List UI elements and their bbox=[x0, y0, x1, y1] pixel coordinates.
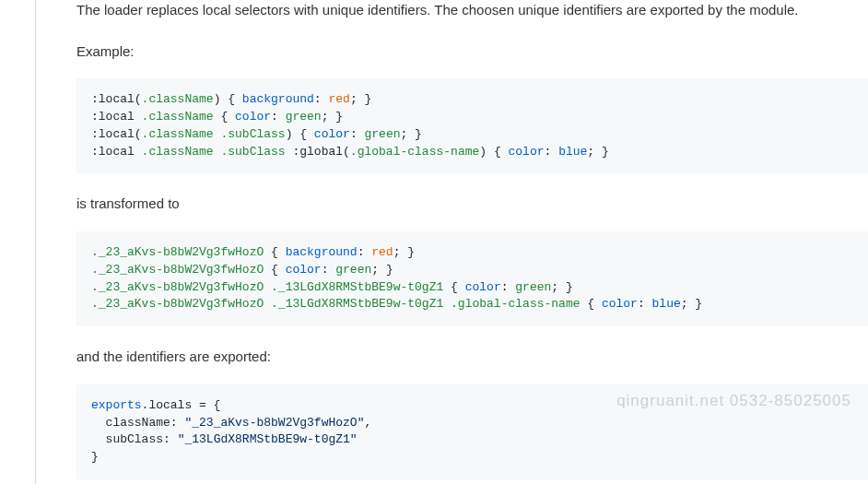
code-token: .className .subClass bbox=[142, 127, 286, 141]
code-token: red bbox=[371, 245, 393, 259]
code-token: : bbox=[358, 245, 372, 259]
code-token: ; } bbox=[681, 297, 702, 311]
code-line: :local .className .subClass :global(.glo… bbox=[91, 144, 853, 161]
code-token: green bbox=[364, 127, 400, 141]
code-token: color bbox=[314, 127, 350, 141]
code-line: subClass: "_13LGdX8RMStbBE9w-t0gZ1" bbox=[91, 431, 853, 449]
code-token: blue bbox=[652, 297, 681, 311]
code-token: { bbox=[264, 245, 285, 259]
code-token: green bbox=[286, 110, 322, 124]
code-token: : bbox=[322, 263, 336, 277]
code-token: "_23_aKvs-b8bW2Vg3fwHozO" bbox=[184, 416, 364, 430]
code-token: { bbox=[443, 280, 464, 294]
code-token: : bbox=[271, 110, 286, 124]
code-token: :local bbox=[91, 110, 142, 124]
code-token: color bbox=[235, 110, 271, 124]
code-token: ._23_aKvs-b8bW2Vg3fwHozO bbox=[91, 263, 264, 277]
code-token: :local bbox=[91, 145, 142, 159]
code-token: ._23_aKvs-b8bW2Vg3fwHozO bbox=[91, 245, 264, 259]
code-token: ; } bbox=[350, 92, 371, 106]
code-token: color bbox=[286, 263, 322, 277]
code-token: .className bbox=[142, 92, 214, 106]
code-line: className: "_23_aKvs-b8bW2Vg3fwHozO", bbox=[91, 415, 853, 432]
code-token: , bbox=[364, 416, 371, 430]
code-line: ._23_aKvs-b8bW2Vg3fwHozO { color: green;… bbox=[91, 262, 853, 279]
code-line: ._23_aKvs-b8bW2Vg3fwHozO { background: r… bbox=[91, 244, 853, 262]
code-line: :local .className { color: green; } bbox=[91, 109, 853, 126]
code-token: { bbox=[214, 110, 235, 124]
code-token: ; } bbox=[551, 280, 572, 294]
code-token: } bbox=[91, 450, 99, 464]
code-token: : bbox=[501, 280, 516, 294]
code-token: ; } bbox=[587, 145, 608, 159]
code-token: green bbox=[515, 280, 551, 294]
code-token: ; } bbox=[393, 245, 415, 259]
code-token: ._23_aKvs-b8bW2Vg3fwHozO ._13LGdX8RMStbB… bbox=[91, 280, 443, 294]
code-token: { bbox=[581, 297, 602, 311]
code-token: ; } bbox=[371, 263, 393, 277]
code-line: } bbox=[91, 449, 853, 466]
code-token: ) { bbox=[214, 92, 242, 106]
code-token: color bbox=[602, 297, 638, 311]
code-token: exports bbox=[91, 398, 142, 412]
code-line: :local(.className .subClass) { color: gr… bbox=[91, 126, 853, 144]
intro-paragraph: The loader replaces local selectors with… bbox=[76, 0, 868, 21]
code-token: .locals = { bbox=[142, 398, 221, 412]
code-token: : bbox=[170, 416, 185, 430]
code-token: :local( bbox=[91, 127, 142, 141]
document-content: The loader replaces local selectors with… bbox=[36, 0, 868, 479]
example-label: Example: bbox=[76, 41, 868, 63]
code-token: : bbox=[163, 432, 178, 446]
code-token: :global( bbox=[286, 145, 350, 159]
code-token: ._23_aKvs-b8bW2Vg3fwHozO ._13LGdX8RMStbB… bbox=[91, 297, 581, 311]
code-token: background bbox=[242, 92, 314, 106]
code-token: subClass bbox=[91, 432, 163, 446]
code-token: className bbox=[91, 416, 170, 430]
code-token: :local( bbox=[91, 92, 142, 106]
document-page: The loader replaces local selectors with… bbox=[35, 0, 868, 484]
code-block-source: :local(.className) { background: red; }:… bbox=[76, 78, 868, 173]
code-line: ._23_aKvs-b8bW2Vg3fwHozO ._13LGdX8RMStbB… bbox=[91, 296, 853, 313]
code-token: ) { bbox=[286, 127, 314, 141]
code-block-transformed: ._23_aKvs-b8bW2Vg3fwHozO { background: r… bbox=[76, 231, 868, 326]
code-token: red bbox=[328, 92, 349, 106]
code-token: ) { bbox=[479, 145, 508, 159]
code-token: .className .subClass bbox=[142, 145, 286, 159]
code-token: "_13LGdX8RMStbBE9w-t0gZ1" bbox=[178, 432, 358, 446]
code-token: ; } bbox=[322, 110, 343, 124]
exported-label: and the identifiers are exported: bbox=[76, 347, 868, 368]
code-token: : bbox=[350, 127, 365, 141]
code-token: .global-class-name bbox=[350, 145, 479, 159]
code-token: color bbox=[509, 145, 545, 159]
code-block-exports: exports.locals = { className: "_23_aKvs-… bbox=[76, 384, 868, 479]
code-line: :local(.className) { background: red; } bbox=[91, 91, 853, 109]
code-token: : bbox=[314, 92, 329, 106]
code-token: green bbox=[335, 263, 371, 277]
code-token: : bbox=[638, 297, 652, 311]
code-token: ; } bbox=[401, 127, 422, 141]
code-token: .className bbox=[142, 110, 214, 124]
code-token: { bbox=[264, 263, 285, 277]
code-line: exports.locals = { bbox=[91, 397, 853, 415]
code-line: ._23_aKvs-b8bW2Vg3fwHozO ._13LGdX8RMStbB… bbox=[91, 279, 853, 297]
code-token: : bbox=[545, 145, 559, 159]
code-token: background bbox=[286, 245, 358, 259]
code-token: blue bbox=[558, 145, 587, 159]
code-token: color bbox=[465, 280, 501, 294]
transformed-label: is transformed to bbox=[76, 194, 868, 215]
